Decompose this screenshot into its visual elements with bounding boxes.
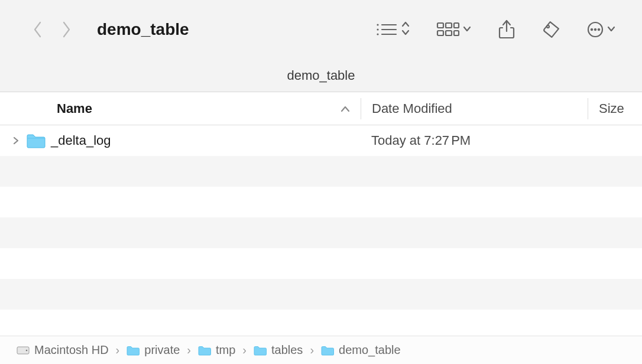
file-row[interactable]: _delta_log Today at 7:27 PM — [0, 125, 642, 156]
folder-icon — [198, 345, 211, 356]
svg-rect-8 — [454, 23, 459, 28]
svg-rect-11 — [454, 31, 459, 35]
folder-icon — [127, 345, 140, 356]
file-name: _delta_log — [51, 133, 111, 148]
path-segment-root[interactable]: Macintosh HD — [17, 343, 109, 357]
toolbar: demo_table — [0, 0, 642, 59]
column-header-date[interactable]: Date Modified — [361, 98, 588, 119]
empty-row — [0, 187, 642, 217]
svg-point-13 — [547, 25, 549, 28]
hard-drive-icon — [17, 344, 30, 357]
svg-rect-7 — [446, 23, 452, 28]
svg-point-19 — [26, 349, 28, 351]
path-separator-icon: › — [241, 343, 248, 357]
svg-point-1 — [377, 28, 378, 30]
up-down-icon — [401, 21, 410, 39]
path-segment[interactable]: private — [127, 343, 180, 357]
group-by-button[interactable] — [436, 21, 472, 38]
forward-button[interactable] — [59, 19, 73, 40]
column-header-size[interactable]: Size — [588, 98, 642, 119]
back-button[interactable] — [31, 19, 45, 40]
column-header-name[interactable]: Name — [0, 101, 361, 116]
path-separator-icon: › — [115, 343, 121, 357]
nav-group — [31, 19, 73, 40]
svg-point-16 — [594, 28, 596, 31]
folder-icon — [254, 345, 267, 356]
tab-title-bar: demo_table — [0, 59, 642, 92]
svg-rect-10 — [446, 31, 452, 35]
empty-row — [0, 156, 642, 187]
path-label: Macintosh HD — [34, 343, 109, 357]
path-segment[interactable]: tables — [254, 343, 303, 357]
path-separator-icon: › — [186, 343, 192, 357]
svg-point-2 — [377, 33, 378, 35]
window-title: demo_table — [97, 20, 189, 39]
column-header-name-label: Name — [57, 101, 92, 116]
column-header-date-label: Date Modified — [372, 101, 452, 116]
path-separator-icon: › — [309, 343, 315, 357]
more-actions-button[interactable] — [586, 21, 616, 38]
empty-row — [0, 217, 642, 248]
disclosure-triangle[interactable] — [11, 136, 21, 145]
chevron-right-icon — [61, 21, 72, 38]
list-icon — [375, 21, 398, 38]
toolbar-actions — [375, 20, 616, 40]
column-header-size-label: Size — [599, 101, 624, 116]
path-label: demo_table — [339, 343, 401, 357]
svg-rect-6 — [437, 23, 443, 28]
tab-title: demo_table — [287, 68, 355, 83]
empty-row — [0, 279, 642, 310]
chevron-down-icon — [607, 23, 616, 37]
svg-rect-9 — [437, 31, 443, 35]
share-button[interactable] — [498, 20, 515, 40]
share-icon — [498, 20, 515, 40]
path-label: tables — [271, 343, 303, 357]
grid-group-icon — [436, 21, 460, 38]
folder-icon — [26, 132, 46, 149]
column-header-row: Name Date Modified Size — [0, 92, 642, 125]
sort-ascending-icon — [341, 101, 350, 116]
chevron-left-icon — [33, 21, 43, 38]
ellipsis-circle-icon — [586, 21, 604, 38]
path-bar: Macintosh HD › private › tmp › tables › … — [0, 336, 642, 364]
view-list-button[interactable] — [375, 21, 410, 39]
svg-point-17 — [598, 28, 600, 31]
svg-point-15 — [591, 28, 593, 31]
path-label: private — [144, 343, 180, 357]
folder-icon — [321, 345, 334, 356]
empty-row — [0, 248, 642, 279]
path-segment[interactable]: demo_table — [321, 343, 401, 357]
file-date: Today at 7:27 PM — [361, 133, 588, 148]
file-list: _delta_log Today at 7:27 PM — [0, 125, 642, 340]
path-segment[interactable]: tmp — [198, 343, 235, 357]
tags-button[interactable] — [542, 20, 560, 39]
path-label: tmp — [216, 343, 235, 357]
chevron-down-icon — [462, 23, 472, 37]
tag-icon — [542, 20, 560, 39]
svg-point-0 — [377, 24, 378, 25]
